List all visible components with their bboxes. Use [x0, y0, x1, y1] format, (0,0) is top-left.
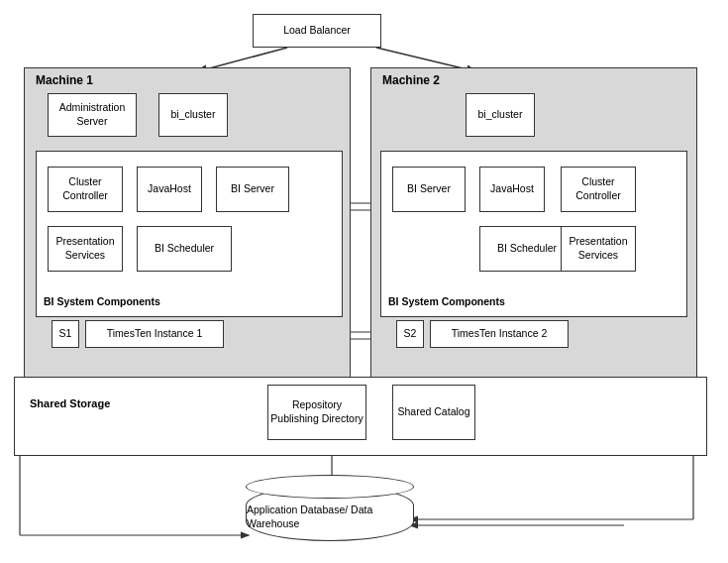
shared-storage-label: Shared Storage [30, 396, 110, 410]
s1-box: S1 [52, 320, 79, 348]
bi-system-2-label: BI System Components [388, 295, 505, 307]
bi-server-1-box: BI Server [216, 167, 289, 212]
load-balancer-box: Load Balancer [253, 14, 381, 48]
s2-box: S2 [396, 320, 424, 348]
presentation-services-2-label: Presentation Services [562, 235, 635, 262]
bi-cluster-1-box: bi_cluster [158, 93, 228, 137]
timesten-1-box: TimesTen Instance 1 [85, 320, 224, 348]
cluster-controller-1-label: Cluster Controller [49, 175, 122, 202]
presentation-services-1-box: Presentation Services [48, 226, 123, 272]
app-database-label: Application Database/ Data Warehouse [247, 504, 413, 530]
load-balancer-label: Load Balancer [283, 24, 351, 38]
javahost-2-label: JavaHost [490, 182, 534, 196]
diagram-container: Load Balancer Machine 1 Machine 2 Admini… [0, 0, 728, 563]
cluster-controller-2-label: Cluster Controller [562, 175, 635, 202]
shared-catalog-label: Shared Catalog [398, 405, 470, 419]
bi-server-2-label: BI Server [407, 182, 451, 196]
bi-scheduler-1-box: BI Scheduler [137, 226, 232, 272]
bi-server-2-box: BI Server [392, 167, 466, 212]
javahost-2-box: JavaHost [479, 167, 545, 212]
presentation-services-2-box: Presentation Services [561, 226, 636, 272]
cluster-controller-1-box: Cluster Controller [48, 167, 123, 212]
timesten-2-label: TimesTen Instance 2 [452, 327, 548, 341]
admin-server-label: Administration Server [49, 101, 136, 128]
bi-server-1-label: BI Server [231, 182, 274, 196]
bi-scheduler-2-label: BI Scheduler [497, 242, 557, 256]
timesten-1-label: TimesTen Instance 1 [107, 327, 203, 341]
bi-cluster-2-box: bi_cluster [466, 93, 535, 137]
presentation-services-1-label: Presentation Services [49, 235, 122, 262]
s1-label: S1 [59, 327, 72, 341]
javahost-1-label: JavaHost [148, 182, 191, 196]
bi-cluster-1-label: bi_cluster [171, 108, 216, 122]
shared-catalog-box: Shared Catalog [392, 385, 475, 440]
cluster-controller-2-box: Cluster Controller [561, 167, 636, 212]
bi-system-1-label: BI System Components [44, 295, 160, 307]
repository-publishing-label: Repository Publishing Directory [268, 398, 365, 425]
bi-cluster-2-label: bi_cluster [478, 108, 523, 122]
timesten-2-box: TimesTen Instance 2 [430, 320, 569, 348]
bi-scheduler-1-label: BI Scheduler [155, 242, 214, 256]
machine2-label: Machine 2 [382, 73, 440, 87]
timesten-1-container: S1 TimesTen Instance 1 [52, 320, 224, 348]
timesten-2-container: S2 TimesTen Instance 2 [396, 320, 569, 348]
machine1-label: Machine 1 [36, 73, 93, 87]
s2-label: S2 [404, 327, 417, 341]
repository-publishing-box: Repository Publishing Directory [267, 385, 366, 440]
app-database-shape: Application Database/ Data Warehouse [246, 486, 414, 541]
javahost-1-box: JavaHost [137, 167, 202, 212]
admin-server-box: Administration Server [48, 93, 137, 137]
